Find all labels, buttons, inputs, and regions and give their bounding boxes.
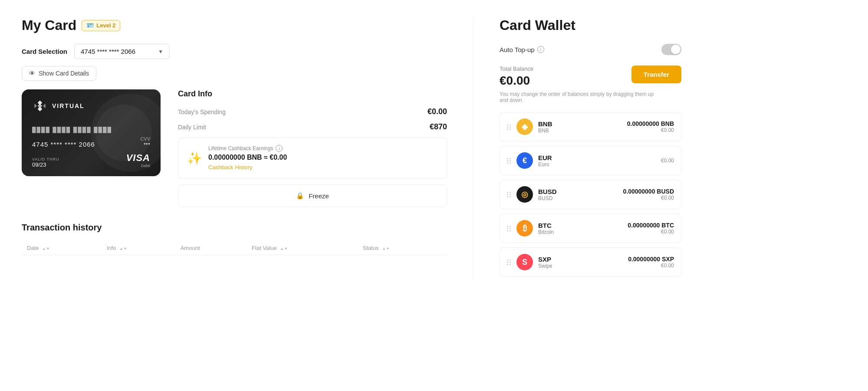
cvv-label: CVV xyxy=(140,136,150,141)
wallet-item: ◎ BUSD BUSD 0.00000000 BUSD €0.00 xyxy=(500,180,681,209)
freeze-button[interactable]: 🔒 Freeze xyxy=(178,184,447,207)
drag-handle[interactable] xyxy=(507,158,511,164)
level-badge-label: Level 2 xyxy=(96,22,115,29)
card-select-dropdown[interactable]: 4745 **** **** 2066 ▼ xyxy=(74,44,170,59)
coin-amount: 0.00000000 BUSD xyxy=(623,188,674,195)
svg-marker-2 xyxy=(34,104,36,108)
wallet-list: ◈ BNB BNB 0.00000000 BNB €0.00 € EUR Eur… xyxy=(500,112,681,277)
todays-spending-label: Today's Spending xyxy=(178,108,226,115)
col-fiat-value[interactable]: Fiat Value ▲▼ xyxy=(247,241,358,255)
card-cvv-block: CVV *** xyxy=(140,136,150,148)
svg-marker-4 xyxy=(38,104,43,108)
coin-fiat: €0.00 xyxy=(623,195,674,201)
drag-handle[interactable] xyxy=(507,226,511,231)
visa-block: VISA Debit xyxy=(126,152,150,168)
info-sort-icon: ▲▼ xyxy=(119,247,127,251)
col-amount: Amount xyxy=(175,241,247,255)
coin-fiat: €0.00 xyxy=(628,263,674,269)
lock-icon: 🔒 xyxy=(296,192,304,200)
auto-topup-row: Auto Top-up i xyxy=(500,44,681,55)
auto-topup-label: Auto Top-up i xyxy=(500,46,544,53)
coin-info-eur: EUR Euro xyxy=(538,154,656,168)
coin-balance-bnb: 0.00000000 BNB €0.00 xyxy=(627,120,674,133)
coin-info-busd: BUSD BUSD xyxy=(538,188,618,201)
coin-balance-busd: 0.00000000 BUSD €0.00 xyxy=(623,188,674,201)
drag-dots-icon xyxy=(507,124,511,130)
col-date[interactable]: Date ▲▼ xyxy=(22,241,102,255)
coin-symbol: EUR xyxy=(538,154,656,161)
cvv-value: *** xyxy=(140,141,150,148)
coin-name: Swipe xyxy=(538,263,623,269)
virtual-card: VIRTUAL ████ ████ ████ ████ 4745 **** **… xyxy=(22,89,161,176)
coin-amount: 0.00000000 BTC xyxy=(628,222,674,229)
coin-info-btc: BTC Bitcoin xyxy=(538,222,622,235)
date-sort-icon: ▲▼ xyxy=(42,247,50,251)
page-header: My Card 🪪 Level 2 xyxy=(22,17,447,33)
card-selection-row: Card Selection 4745 **** **** 2066 ▼ xyxy=(22,44,447,59)
cashback-amount: 0.00000000 BNB ≈ €0.00 xyxy=(208,154,287,161)
card-area: VIRTUAL ████ ████ ████ ████ 4745 **** **… xyxy=(22,89,447,207)
drag-handle[interactable] xyxy=(507,192,511,197)
table-header-row: Date ▲▼ Info ▲▼ Amount Fiat Value ▲▼ xyxy=(22,241,447,255)
binance-logo xyxy=(32,98,48,114)
coin-symbol: BTC xyxy=(538,222,622,229)
show-card-details-button[interactable]: 👁 Show Card Details xyxy=(22,66,96,81)
debit-label: Debit xyxy=(126,164,150,168)
col-info[interactable]: Info ▲▼ xyxy=(102,241,175,255)
drag-handle[interactable] xyxy=(507,124,511,130)
drag-dots-icon xyxy=(507,192,511,197)
cashback-header-label: Lifetime Cashback Earnings xyxy=(208,145,273,151)
eye-icon: 👁 xyxy=(29,70,35,77)
coin-name: Euro xyxy=(538,161,656,168)
coin-fiat: €0.00 xyxy=(661,158,674,164)
coin-icon-bnb: ◈ xyxy=(516,118,533,135)
coin-amount: 0.00000000 BNB xyxy=(627,120,674,127)
cashback-icon: ✨ xyxy=(187,151,202,165)
card-number-display: 4745 **** **** 2066 xyxy=(32,141,95,148)
coin-icon-sxp: S xyxy=(516,254,533,270)
transaction-history-title: Transaction history xyxy=(22,223,447,233)
col-status[interactable]: Status ▲▼ xyxy=(358,241,447,255)
total-balance-value: €0.00 xyxy=(500,74,533,88)
coin-info-bnb: BNB BNB xyxy=(538,120,622,134)
coin-icon-eur: € xyxy=(516,152,533,169)
coin-balance-eur: €0.00 xyxy=(661,158,674,164)
card-wallet-title: Card Wallet xyxy=(500,17,681,33)
coin-fiat: €0.00 xyxy=(628,229,674,235)
chevron-down-icon: ▼ xyxy=(158,49,163,55)
auto-topup-info-icon[interactable]: i xyxy=(537,46,544,53)
coin-name: Bitcoin xyxy=(538,229,622,235)
drag-hint: You may change the order of balances sim… xyxy=(500,91,656,103)
balance-transfer-row: Total Balance €0.00 Transfer xyxy=(500,66,681,88)
cashback-content: Lifetime Cashback Earnings i 0.00000000 … xyxy=(208,145,287,171)
wallet-item: S SXP Swipe 0.00000000 SXP €0.00 xyxy=(500,247,681,277)
freeze-btn-label: Freeze xyxy=(309,192,329,200)
drag-handle[interactable] xyxy=(507,260,511,265)
total-balance-label: Total Balance xyxy=(500,66,533,72)
transfer-button[interactable]: Transfer xyxy=(631,66,681,83)
auto-topup-toggle[interactable] xyxy=(661,44,681,55)
valid-block: VALID THRU 09/23 xyxy=(32,157,59,168)
page-title: My Card xyxy=(22,17,76,33)
coin-symbol: BNB xyxy=(538,120,622,128)
coin-icon-busd: ◎ xyxy=(516,186,533,203)
status-sort-icon: ▲▼ xyxy=(382,247,390,251)
total-balance-block: Total Balance €0.00 xyxy=(500,66,533,88)
card-top: VIRTUAL xyxy=(32,98,150,114)
cashback-history-link[interactable]: Cashback History xyxy=(208,164,253,171)
wallet-item: € EUR Euro €0.00 xyxy=(500,146,681,175)
cashback-header: Lifetime Cashback Earnings i xyxy=(208,145,287,152)
coin-amount: 0.00000000 SXP xyxy=(628,256,674,263)
daily-limit-row: Daily Limit €870 xyxy=(178,122,447,131)
visa-logo: VISA xyxy=(126,152,150,164)
svg-marker-3 xyxy=(43,104,45,108)
card-valid-visa: VALID THRU 09/23 VISA Debit xyxy=(32,152,150,168)
cashback-info-icon[interactable]: i xyxy=(276,145,283,152)
coin-info-sxp: SXP Swipe xyxy=(538,256,623,269)
todays-spending-value: €0.00 xyxy=(427,107,447,116)
wallet-item: ◈ BNB BNB 0.00000000 BNB €0.00 xyxy=(500,112,681,141)
card-bottom-row: 4745 **** **** 2066 CVV *** xyxy=(32,136,150,148)
coin-icon-btc: ₿ xyxy=(516,220,533,237)
drag-dots-icon xyxy=(507,158,511,164)
card-number-option: 4745 **** **** 2066 xyxy=(81,48,135,55)
